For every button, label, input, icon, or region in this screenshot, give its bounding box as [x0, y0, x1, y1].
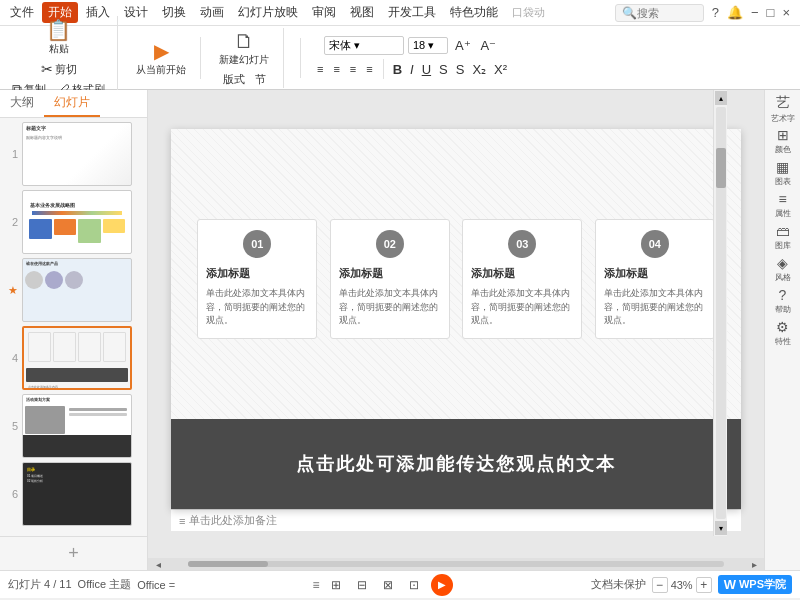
start-from-button[interactable]: ▶ 从当前开始 [130, 37, 192, 79]
zoom-in-button[interactable]: + [696, 577, 712, 593]
underline-button[interactable]: U [419, 61, 434, 78]
wps-academy-button[interactable]: W WPS学院 [718, 575, 792, 594]
slide-item-1[interactable]: 1 标题文字 副标题内容文字说明 [4, 122, 143, 186]
slide-item-star[interactable]: ★ 谁在使用这款产品 [4, 258, 143, 322]
slide-card-1-title[interactable]: 添加标题 [206, 266, 250, 281]
help-button[interactable]: ? 帮助 [768, 286, 798, 316]
superscript-button[interactable]: X² [491, 61, 510, 78]
slide-item-5[interactable]: 5 活动策划方案 [4, 394, 143, 458]
grid-view-button[interactable]: ⊡ [405, 576, 423, 594]
play-icon: ▶ [154, 39, 169, 63]
close-button[interactable]: × [780, 5, 792, 20]
menu-item-slideshow[interactable]: 幻灯片放映 [232, 2, 304, 23]
scroll-right-arrow[interactable]: ▸ [744, 558, 764, 570]
slide-card-4-text[interactable]: 单击此处添加文本具体内容，简明扼要的阐述您的观点。 [604, 287, 706, 328]
slide-item-2[interactable]: 2 基本业务发展战略图 [4, 190, 143, 254]
slide-6-content: 01 项目概述 02 现状分析 [27, 474, 127, 483]
subscript-button[interactable]: X₂ [469, 61, 489, 78]
menu-item-special[interactable]: 特色功能 [444, 2, 504, 23]
search-box[interactable]: 🔍 [615, 4, 704, 22]
add-slide-button[interactable]: + [0, 536, 147, 570]
slide-num-4: 4 [4, 352, 18, 364]
gallery-button[interactable]: 🗃 图库 [768, 222, 798, 252]
slide-card-2[interactable]: 02 添加标题 单击此处添加文本具体内容，简明扼要的阐述您的观点。 [330, 219, 450, 339]
slide-bottom-area[interactable]: 点击此处可添加能传达您观点的文本 [171, 419, 741, 509]
slide-star-title: 谁在使用这款产品 [23, 259, 131, 267]
new-slide-button[interactable]: 🗋 新建幻灯片 [213, 28, 275, 69]
horizontal-scrollbar[interactable]: ◂ ▸ [148, 558, 764, 570]
scroll-left-arrow[interactable]: ◂ [148, 558, 168, 570]
slide-sorter-button[interactable]: ⊟ [353, 576, 371, 594]
menu-item-animation[interactable]: 动画 [194, 2, 230, 23]
font-decrease-button[interactable]: A⁻ [478, 37, 500, 54]
font-size-dropdown[interactable]: 18 ▾ [408, 37, 448, 54]
color-button[interactable]: ⊞ 颜色 [768, 126, 798, 156]
slide-item-6[interactable]: 6 目录 01 项目概述 02 现状分析 [4, 462, 143, 526]
tab-outline[interactable]: 大纲 [0, 90, 44, 117]
search-input[interactable] [637, 7, 697, 19]
minimize-button[interactable]: − [749, 5, 761, 20]
play-slideshow-button[interactable]: ▶ [431, 574, 453, 596]
slide-card-3-num: 03 [508, 230, 536, 258]
normal-view-button[interactable]: ⊞ [327, 576, 345, 594]
help-icon: ? [779, 287, 787, 303]
menu-item-review[interactable]: 审阅 [306, 2, 342, 23]
slide-card-2-title[interactable]: 添加标题 [339, 266, 383, 281]
slide-card-1[interactable]: 01 添加标题 单击此处添加文本具体内容，简明扼要的阐述您的观点。 [197, 219, 317, 339]
paste-button[interactable]: 📋 粘贴 [39, 16, 79, 58]
reading-view-button[interactable]: ⊠ [379, 576, 397, 594]
color-icon: ⊞ [777, 127, 789, 143]
scroll-down-arrow[interactable]: ▾ [715, 521, 727, 535]
slide-card-3-title[interactable]: 添加标题 [471, 266, 515, 281]
help-icon[interactable]: ? [710, 5, 721, 20]
menu-item-switch[interactable]: 切换 [156, 2, 192, 23]
scroll-track[interactable] [188, 561, 724, 567]
menu-bar: 文件 开始 插入 设计 切换 动画 幻灯片放映 审阅 视图 开发工具 特色功能 … [0, 0, 800, 26]
office-label: Office = [137, 579, 175, 591]
strikethrough-button[interactable]: S [436, 61, 451, 78]
scroll-thumb[interactable] [188, 561, 268, 567]
align-left-button[interactable]: ≡ [313, 62, 327, 76]
align-right-button[interactable]: ≡ [346, 62, 360, 76]
slide-card-1-text[interactable]: 单击此处添加文本具体内容，简明扼要的阐述您的观点。 [206, 287, 308, 328]
shadow-button[interactable]: S [453, 61, 468, 78]
ribbon-group-slideshow: ▶ 从当前开始 [130, 37, 201, 79]
slide-thumb-5: 活动策划方案 [22, 394, 132, 458]
cut-button[interactable]: ✂ 剪切 [37, 60, 81, 78]
slide-item-4[interactable]: 4 点击此处添加备注内容 [4, 326, 143, 390]
menu-item-view[interactable]: 视图 [344, 2, 380, 23]
properties-button[interactable]: ≡ 属性 [768, 190, 798, 220]
font-family-dropdown[interactable]: 宋体 ▾ [324, 36, 404, 55]
zoom-out-button[interactable]: − [652, 577, 668, 593]
slide-card-4[interactable]: 04 添加标题 单击此处添加文本具体内容，简明扼要的阐述您的观点。 [595, 219, 715, 339]
menu-item-dev[interactable]: 开发工具 [382, 2, 442, 23]
vertical-scroll-thumb[interactable] [716, 148, 726, 188]
menu-item-design[interactable]: 设计 [118, 2, 154, 23]
font-increase-button[interactable]: A⁺ [452, 37, 474, 54]
bell-icon[interactable]: 🔔 [725, 5, 745, 20]
maximize-button[interactable]: □ [765, 5, 777, 20]
chart-button[interactable]: ▦ 图表 [768, 158, 798, 188]
style-button[interactable]: ◈ 风格 [768, 254, 798, 284]
slide-card-2-text[interactable]: 单击此处添加文本具体内容，简明扼要的阐述您的观点。 [339, 287, 441, 328]
features-icon: ⚙ [776, 319, 789, 335]
italic-button[interactable]: I [407, 61, 417, 78]
features-button[interactable]: ⚙ 特性 [768, 318, 798, 348]
scroll-up-arrow[interactable]: ▴ [715, 91, 727, 105]
slide-card-3-text[interactable]: 单击此处添加文本具体内容，简明扼要的阐述您的观点。 [471, 287, 573, 328]
vertical-scrollbar[interactable]: ▴ ▾ [713, 90, 727, 536]
justify-button[interactable]: ≡ [362, 62, 376, 76]
menu-item-pocket[interactable]: 口袋动 [506, 3, 551, 22]
art-text-button[interactable]: 艺 艺术字 [768, 94, 798, 124]
align-center-button[interactable]: ≡ [329, 62, 343, 76]
slide-card-3[interactable]: 03 添加标题 单击此处添加文本具体内容，简明扼要的阐述您的观点。 [462, 219, 582, 339]
section-button[interactable]: 节 [251, 71, 270, 88]
bold-button[interactable]: B [390, 61, 405, 78]
note-icon-status: ≡ [312, 578, 319, 592]
slide-canvas[interactable]: 01 添加标题 单击此处添加文本具体内容，简明扼要的阐述您的观点。 02 添加标… [171, 129, 741, 509]
notes-area[interactable]: ≡ 单击此处添加备注 [171, 509, 741, 531]
status-bar: 幻灯片 4 / 11 Office 主题 Office = ≡ ⊞ ⊟ ⊠ ⊡ … [0, 570, 800, 598]
tab-slides[interactable]: 幻灯片 [44, 90, 100, 117]
slide-card-4-title[interactable]: 添加标题 [604, 266, 648, 281]
layout-button[interactable]: 版式 [219, 71, 249, 88]
